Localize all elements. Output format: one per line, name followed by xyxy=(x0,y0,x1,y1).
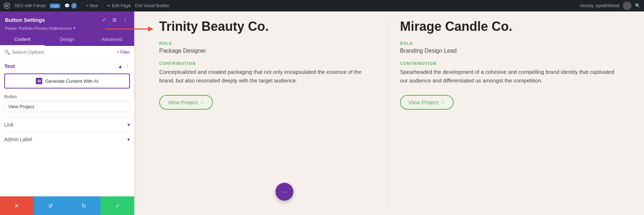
site-name-label: SEO with Fahad xyxy=(14,3,45,8)
link-section-title: Link xyxy=(4,122,14,128)
text-section-header: Text ▲ ⋮ xyxy=(4,63,130,69)
tab-design[interactable]: Design xyxy=(45,33,89,46)
filter-button[interactable]: + Filter xyxy=(117,50,130,55)
site-name[interactable]: SEO with Fahad xyxy=(14,3,45,8)
panel-header: Button Settings ⤢ ⊞ ⋮ Preset: Portfolio … xyxy=(0,11,134,33)
card1-contribution-label: CONTRIBUTION xyxy=(159,61,378,66)
preset-row: Preset: Portfolio Primary Outlined Icon … xyxy=(5,26,129,30)
card1-view-project-button[interactable]: View Project → xyxy=(159,95,213,110)
svg-text:W: W xyxy=(5,4,9,8)
link-section[interactable]: Link ▾ xyxy=(4,117,130,132)
card2-view-project-button[interactable]: View Project → xyxy=(400,95,454,110)
search-icon: 🔍 xyxy=(4,49,10,55)
admin-label-section[interactable]: Admin Label ▾ xyxy=(4,132,130,147)
ai-icon: AI xyxy=(36,78,42,84)
admin-bar-right: Howdy, wpwithfahad 🔍 xyxy=(580,1,640,10)
search-bar: 🔍 + Filter xyxy=(0,46,134,59)
dots-icon[interactable]: ⋮ xyxy=(121,16,129,24)
svg-marker-3 xyxy=(148,27,153,32)
preset-label: Preset: Portfolio Primary Outlined Icon … xyxy=(5,26,75,30)
card2-role-label: ROLE xyxy=(400,41,619,46)
new-button[interactable]: + New xyxy=(86,3,98,8)
section-options-icon[interactable]: ⋮ xyxy=(125,63,130,69)
button-text-input[interactable] xyxy=(4,101,130,112)
link-chevron-icon: ▾ xyxy=(127,122,130,128)
divider xyxy=(102,3,103,9)
wp-logo[interactable]: W xyxy=(4,3,10,9)
comment-count[interactable]: 💬 2 xyxy=(64,3,77,9)
fab-button[interactable]: ··· xyxy=(275,183,293,201)
search-options-input[interactable] xyxy=(12,49,114,55)
fab-icon: ··· xyxy=(281,188,288,196)
resize-icon[interactable]: ⤢ xyxy=(100,16,108,24)
search-icon[interactable]: 🔍 xyxy=(635,3,640,8)
live-badge: Live xyxy=(50,4,60,8)
delete-button[interactable]: ✕ xyxy=(0,196,34,215)
grid-icon[interactable]: ⊞ xyxy=(111,16,118,24)
divider xyxy=(81,3,82,9)
admin-label-title: Admin Label xyxy=(4,137,32,142)
card-trinity: Trinity Beauty Co. ROLE Package Designer… xyxy=(148,11,389,215)
panel-content: Text ▲ ⋮ AI Generate Content With AI But… xyxy=(0,59,134,196)
main-wrapper: Button Settings ⤢ ⊞ ⋮ Preset: Portfolio … xyxy=(0,11,644,215)
generate-ai-button[interactable]: AI Generate Content With AI xyxy=(4,73,130,89)
sidebar-panel: Button Settings ⤢ ⊞ ⋮ Preset: Portfolio … xyxy=(0,11,134,215)
admin-bar: W SEO with Fahad Live 💬 2 + New ✏ Edit P… xyxy=(0,0,644,11)
card1-contribution: Conceptualized and created packaging tha… xyxy=(159,68,378,85)
button-field-label: Button xyxy=(4,94,130,99)
edit-page-link[interactable]: ✏ Edit Page xyxy=(107,3,131,8)
redo-button[interactable]: ↻ xyxy=(67,196,101,215)
tab-advanced[interactable]: Advanced xyxy=(89,33,134,46)
section-collapse-icon[interactable]: ▲ xyxy=(118,63,123,69)
card2-contribution: Spearheaded the development of a cohesiv… xyxy=(400,68,619,85)
card2-company: Mirage Candle Co. xyxy=(400,19,619,34)
card1-role-label: ROLE xyxy=(159,41,378,46)
panel-title: Button Settings xyxy=(5,17,45,23)
save-button[interactable]: ✓ xyxy=(101,196,134,215)
card2-contribution-label: CONTRIBUTION xyxy=(400,61,619,66)
exit-builder-link[interactable]: Exit Visual Builder xyxy=(135,3,170,8)
text-section-title: Text xyxy=(4,63,15,69)
card1-company: Trinity Beauty Co. xyxy=(159,19,378,34)
section-controls: ▲ ⋮ xyxy=(118,63,130,69)
tab-content[interactable]: Content xyxy=(0,33,45,46)
card-mirage: Mirage Candle Co. ROLE Branding Design L… xyxy=(389,11,630,215)
card1-role: Package Designer xyxy=(159,48,378,54)
comment-badge: 2 xyxy=(71,3,77,9)
panel-header-icons: ⤢ ⊞ ⋮ xyxy=(100,16,129,24)
undo-button[interactable]: ↺ xyxy=(34,196,67,215)
panel-tabs: Content Design Advanced xyxy=(0,33,134,46)
card2-role: Branding Design Lead xyxy=(400,48,619,54)
user-greeting: Howdy, wpwithfahad xyxy=(580,3,619,8)
content-area: Trinity Beauty Co. ROLE Package Designer… xyxy=(134,11,644,215)
admin-label-chevron-icon: ▾ xyxy=(127,137,130,142)
panel-header-top: Button Settings ⤢ ⊞ ⋮ xyxy=(5,16,129,24)
user-avatar xyxy=(623,1,631,10)
red-arrow-indicator xyxy=(102,24,159,34)
bottom-bar: ✕ ↺ ↻ ✓ xyxy=(0,196,134,215)
